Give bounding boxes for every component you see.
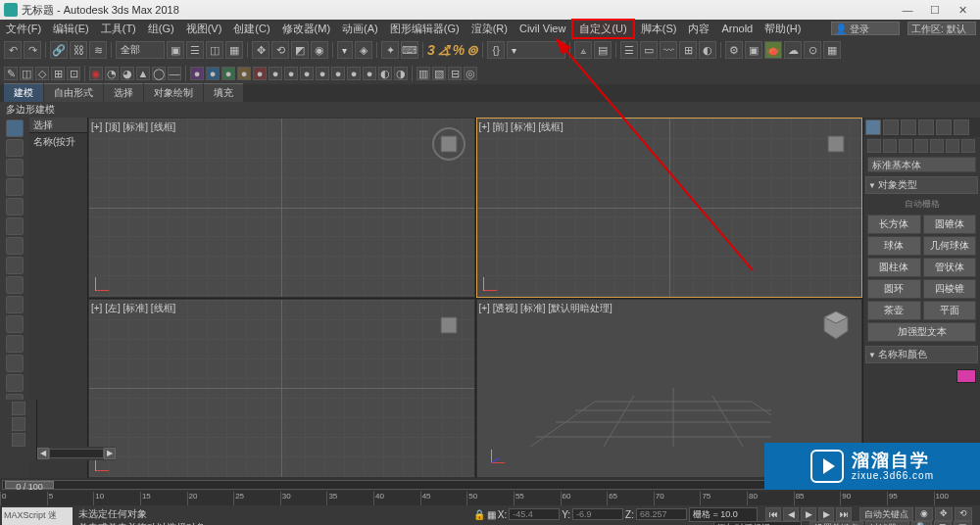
selection-region-button[interactable]: ◫ [206, 41, 223, 59]
menu-rendering[interactable]: 渲染(R) [466, 21, 514, 37]
ribbon-tab-selection[interactable]: 选择 [104, 83, 143, 102]
subcat-shapes[interactable] [883, 139, 897, 153]
light-03[interactable]: ◕ [121, 67, 134, 80]
misc-03[interactable]: ⊟ [448, 67, 462, 80]
render-setup-button[interactable]: ⚙ [725, 41, 743, 59]
refcoord-dropdown[interactable]: ▾ [337, 41, 353, 59]
cp-tab-hierarchy[interactable] [901, 119, 916, 135]
redo-button[interactable]: ↷ [24, 41, 41, 59]
close-button[interactable]: ✕ [949, 2, 976, 18]
angle-snap-icon[interactable]: ⦨ [437, 42, 451, 58]
autogrid-checkbox[interactable]: 自动栅格 [863, 196, 980, 213]
nav-02[interactable]: ✥ [935, 507, 953, 521]
coord-x-field[interactable]: -45.4 [509, 508, 560, 520]
time-ruler[interactable]: 0510152025303540455055606570758085909510… [0, 492, 980, 505]
maxscript-listener[interactable]: MAXScript 迷 [2, 507, 73, 525]
coord-z-field[interactable]: 68.257 [636, 508, 687, 520]
cp-tab-motion[interactable] [918, 119, 934, 135]
geometry-category-dropdown[interactable]: 标准基本体 [867, 157, 976, 172]
play-button[interactable]: ▶ [801, 507, 816, 521]
obj-sphere[interactable]: 球体 [867, 236, 921, 256]
add-time-tag-field[interactable]: 添加时间标记 [713, 521, 802, 526]
selection-filter-dropdown[interactable]: 全部 [116, 41, 165, 59]
window-crossing-button[interactable]: ▦ [225, 41, 243, 59]
layer-explorer-button[interactable]: ☰ [620, 41, 638, 59]
select-scale-button[interactable]: ◩ [291, 41, 309, 59]
curve-editor-button[interactable]: 〰 [660, 41, 677, 59]
menu-content[interactable]: 内容 [682, 21, 715, 37]
subcat-geometry[interactable] [867, 139, 881, 153]
keyboard-shortcut-button[interactable]: ⌨ [401, 41, 418, 59]
nav-01[interactable]: ◉ [915, 507, 933, 521]
menu-tools[interactable]: 工具(T) [95, 21, 142, 37]
obj-box[interactable]: 长方体 [867, 215, 921, 234]
render-preset-button[interactable]: ▦ [823, 41, 841, 59]
named-selection-button[interactable]: {} [487, 41, 505, 59]
lt-06[interactable] [6, 237, 24, 255]
nav-maximize[interactable]: ◫ [954, 521, 972, 525]
layout-btn-3[interactable] [12, 433, 25, 447]
render-cloud-button[interactable]: ☁ [784, 41, 802, 59]
cp-tab-create[interactable] [865, 119, 881, 135]
toggle-ribbon-button[interactable]: ▭ [640, 41, 658, 59]
lt-07[interactable] [6, 257, 24, 274]
spinner-snap-icon[interactable]: ⊚ [466, 42, 478, 58]
tool-03[interactable]: ◇ [35, 67, 49, 80]
tool-02[interactable]: ◫ [20, 67, 33, 80]
tool-01[interactable]: ✎ [4, 67, 18, 80]
light-04[interactable]: ▲ [136, 67, 150, 80]
menu-civilview[interactable]: Civil View [514, 22, 571, 35]
autokey-button[interactable]: 自动关键点 [859, 507, 913, 521]
scroll-left-icon[interactable]: ◀ [37, 448, 49, 459]
nav-zoomall[interactable]: ⊞ [934, 521, 952, 525]
viewport-left[interactable]: [+] [左] [标准] [线框] [88, 299, 475, 479]
obj-cylinder[interactable]: 圆柱体 [867, 258, 921, 277]
object-color-swatch[interactable] [956, 369, 976, 383]
viewport-top[interactable]: [+] [顶] [标准] [线框] [88, 118, 475, 298]
viewport-persp-label[interactable]: [+] [透视] [标准] [默认明暗处理] [479, 302, 612, 315]
rollout-name-and-color[interactable]: ▼名称和颜色 [865, 346, 978, 363]
scroll-right-icon[interactable]: ▶ [104, 448, 116, 459]
menu-arnold[interactable]: Arnold [715, 22, 759, 35]
light-06[interactable]: — [168, 67, 181, 80]
lock-icon[interactable]: 🔒 [473, 509, 485, 520]
subcat-lights[interactable] [899, 139, 912, 153]
undo-button[interactable]: ↶ [4, 41, 22, 59]
menu-create[interactable]: 创建(C) [227, 21, 275, 37]
orb-11[interactable]: ● [347, 67, 361, 80]
use-pivot-button[interactable]: ◈ [355, 41, 372, 59]
menu-customize[interactable]: 自定义(U) [571, 19, 634, 39]
goto-end-button[interactable]: ⏭ [836, 507, 852, 521]
prev-frame-button[interactable]: ◀ [783, 507, 799, 521]
setkey-button[interactable]: 设置关键点 [809, 521, 863, 525]
subcat-spacewarps[interactable] [946, 139, 959, 153]
select-object-button[interactable]: ▣ [167, 41, 184, 59]
key-filters-button[interactable]: 过滤器... [865, 521, 909, 525]
tool-05[interactable]: ⊡ [67, 67, 80, 80]
obj-torus[interactable]: 圆环 [867, 279, 921, 299]
minimize-button[interactable]: — [894, 2, 921, 18]
orb-13[interactable]: ◐ [378, 67, 392, 80]
ribbon-tab-populate[interactable]: 填充 [204, 83, 243, 102]
cp-tab-display[interactable] [936, 119, 952, 135]
viewport-left-label[interactable]: [+] [左] [标准] [线框] [91, 302, 175, 315]
nav-zoom[interactable]: 🔍 [911, 521, 932, 525]
nav-03[interactable]: ⟲ [955, 507, 972, 521]
menu-edit[interactable]: 编辑(E) [47, 21, 95, 37]
menu-help[interactable]: 帮助(H) [759, 21, 807, 37]
maximize-button[interactable]: ☐ [921, 2, 949, 18]
orb-09[interactable]: ● [316, 67, 329, 80]
orb-12[interactable]: ● [363, 67, 376, 80]
viewcube-left-icon[interactable] [431, 308, 466, 343]
render-button[interactable]: 🫖 [764, 41, 782, 59]
select-by-name-button[interactable]: ☰ [186, 41, 204, 59]
orb-10[interactable]: ● [331, 67, 345, 80]
rollout-object-type[interactable]: ▼对象类型 [865, 176, 978, 194]
viewport-front-label[interactable]: [+] [前] [标准] [线框] [479, 120, 564, 134]
orb-14[interactable]: ◑ [394, 67, 408, 80]
next-frame-button[interactable]: ▶ [818, 507, 834, 521]
lt-05[interactable] [6, 217, 24, 235]
orb-04[interactable]: ● [237, 67, 251, 80]
orb-07[interactable]: ● [284, 67, 298, 80]
orb-03[interactable]: ● [221, 67, 235, 80]
